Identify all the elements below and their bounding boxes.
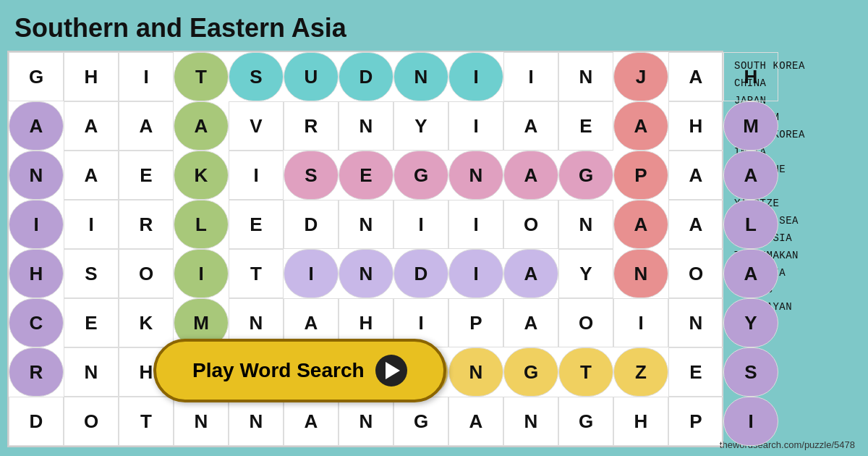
grid-cell: L <box>174 200 229 249</box>
grid-cell: G <box>393 151 448 200</box>
grid-cell: I <box>448 52 503 101</box>
grid-cell: N <box>339 200 393 249</box>
grid-cell: N <box>393 52 448 101</box>
grid-cell: I <box>174 249 229 298</box>
grid-cell: A <box>503 101 558 151</box>
grid-cell: G <box>558 397 613 446</box>
grid-cell: Y <box>558 249 613 298</box>
grid-container: GHITSUDNIINJAHAAAAVRNYIAEAHMNAEKISEGNAGP… <box>7 51 723 447</box>
grid-cell: O <box>64 397 119 446</box>
grid-cell: N <box>503 397 558 446</box>
grid-cell: N <box>613 249 668 298</box>
grid-cell: E <box>64 298 119 347</box>
grid-cell: A <box>723 249 778 298</box>
grid-cell: K <box>174 151 229 200</box>
grid-cell: Z <box>613 347 668 397</box>
grid-cell: A <box>64 101 119 151</box>
grid-cell: O <box>503 200 558 249</box>
grid-cell: D <box>339 52 393 101</box>
page-title: Southern and Eastern Asia <box>0 0 868 51</box>
grid-cell: N <box>229 397 284 446</box>
grid-cell: R <box>9 347 64 397</box>
grid-cell: N <box>558 52 613 101</box>
grid-cell: A <box>448 397 503 446</box>
grid-cell: H <box>723 52 778 101</box>
grid-cell: C <box>9 298 64 347</box>
grid-cell: T <box>229 249 284 298</box>
grid-cell: H <box>64 52 119 101</box>
grid-cell: D <box>393 249 448 298</box>
grid-cell: I <box>503 52 558 101</box>
grid-cell: R <box>284 101 339 151</box>
grid-cell: I <box>64 200 119 249</box>
grid-cell: I <box>284 249 339 298</box>
grid-cell: I <box>119 52 174 101</box>
play-word-search-button[interactable]: Play Word Search <box>153 339 446 402</box>
grid-cell: I <box>229 151 284 200</box>
grid-cell: T <box>558 347 613 397</box>
play-icon <box>375 355 407 387</box>
grid-cell: A <box>613 200 668 249</box>
grid-cell: A <box>503 298 558 347</box>
grid-cell: N <box>174 397 229 446</box>
grid-cell: P <box>668 397 723 446</box>
grid-cell: N <box>448 347 503 397</box>
grid-cell: I <box>448 249 503 298</box>
play-button-overlay[interactable]: Play Word Search <box>153 339 446 402</box>
grid-cell: O <box>119 249 174 298</box>
grid-cell: T <box>119 397 174 446</box>
grid-cell: A <box>174 101 229 151</box>
grid-cell: Y <box>723 298 778 347</box>
grid-cell: I <box>448 101 503 151</box>
grid-cell: I <box>613 298 668 347</box>
grid-cell: R <box>119 200 174 249</box>
grid-cell: I <box>448 200 503 249</box>
main-area: GHITSUDNIINJAHAAAAVRNYIAEAHMNAEKISEGNAGP… <box>0 51 868 447</box>
grid-cell: E <box>339 151 393 200</box>
grid-cell: A <box>284 397 339 446</box>
grid-cell: A <box>119 101 174 151</box>
grid-cell: L <box>723 200 778 249</box>
grid-cell: H <box>9 249 64 298</box>
grid-cell: J <box>613 52 668 101</box>
grid-cell: A <box>503 151 558 200</box>
grid-cell: D <box>9 397 64 446</box>
grid-cell: P <box>613 151 668 200</box>
grid-cell: E <box>668 347 723 397</box>
grid-cell: D <box>284 200 339 249</box>
grid-cell: O <box>558 298 613 347</box>
grid-cell: H <box>668 101 723 151</box>
grid-cell: Y <box>393 101 448 151</box>
grid-cell: G <box>9 52 64 101</box>
grid-cell: N <box>339 397 393 446</box>
grid-cell: A <box>503 249 558 298</box>
grid-cell: G <box>558 151 613 200</box>
grid-cell: G <box>503 347 558 397</box>
grid-cell: N <box>558 200 613 249</box>
grid-cell: N <box>9 151 64 200</box>
grid-cell: U <box>284 52 339 101</box>
grid-cell: E <box>558 101 613 151</box>
grid-cell: A <box>723 151 778 200</box>
grid-cell: S <box>284 151 339 200</box>
grid-cell: N <box>668 298 723 347</box>
grid-cell: O <box>668 249 723 298</box>
grid-cell: A <box>668 200 723 249</box>
grid-cell: S <box>229 52 284 101</box>
grid-cell: M <box>723 101 778 151</box>
grid-cell: E <box>119 151 174 200</box>
grid-cell: I <box>393 200 448 249</box>
grid-cell: N <box>64 347 119 397</box>
grid-cell: A <box>613 101 668 151</box>
grid-cell: V <box>229 101 284 151</box>
grid-cell: A <box>64 151 119 200</box>
grid-cell: H <box>613 397 668 446</box>
grid-cell: I <box>723 397 778 446</box>
grid-cell: E <box>229 200 284 249</box>
grid-cell: A <box>9 101 64 151</box>
grid-cell: S <box>64 249 119 298</box>
grid-cell: N <box>448 151 503 200</box>
grid-cell: P <box>448 298 503 347</box>
grid-cell: A <box>668 151 723 200</box>
play-button-label: Play Word Search <box>192 359 365 382</box>
